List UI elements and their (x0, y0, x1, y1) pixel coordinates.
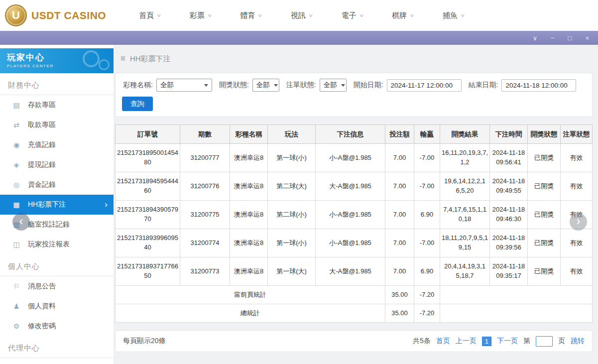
sidebar-item-cashout-record[interactable]: ◈ 提現記錄 (0, 155, 114, 175)
start-date-input[interactable] (387, 79, 462, 92)
col-bet-time: 下注時間 (490, 125, 528, 144)
bet-amount-cell: 7.00 (385, 229, 414, 257)
window-dropdown-icon[interactable]: ∨ (531, 34, 539, 42)
bet-status-cell: 有效 (561, 257, 593, 286)
window-minimize-button[interactable]: − (549, 34, 556, 42)
page-title: HH彩票下注 (130, 54, 171, 64)
bet-info-cell: 大-A盤@1.985 (316, 257, 385, 286)
grand-summary-row: 總統計 35.00 -7.20 (116, 304, 593, 323)
main-layout: 玩家中心 PLAYERS CENTER 財務中心 ▤ 存款專區 ⇄ 取款專區 ◉… (0, 45, 598, 364)
summary-bet-total: 35.00 (385, 286, 414, 304)
col-lottery-name: 彩種名稱 (230, 125, 268, 144)
draw-result-cell: 20,4,14,19,3,15,18,7 (440, 257, 490, 286)
sidebar-item-deposit[interactable]: ▤ 存款專區 (0, 95, 114, 115)
bet-amount-cell: 7.00 (385, 201, 414, 229)
pagination-bar: 每頁顯示20條 共5条 首页 上一页 1 下一页 第 页 跳转 (115, 330, 593, 352)
window-title-bar: ∨ − □ × (0, 31, 598, 45)
section-agent-center: 代理中心 (0, 336, 114, 358)
selected-value: 全部 (160, 81, 174, 90)
sidebar-item-label: 提現記錄 (28, 160, 56, 169)
sidebar-item-withdraw[interactable]: ⇄ 取款專區 (0, 115, 114, 135)
lottery-name-label: 彩種名稱: (123, 81, 153, 90)
selected-value: 全部 (256, 81, 270, 90)
sidebar-item-label: 存款專區 (28, 101, 56, 110)
sidebar-item-recharge-record[interactable]: ◉ 充值記錄 (0, 135, 114, 155)
bet-status-label: 注單狀態: (286, 81, 316, 90)
end-date-input[interactable] (501, 79, 576, 92)
page-size-text: 每頁顯示20條 (123, 337, 166, 346)
table-header-row: 訂單號 期數 彩種名稱 玩法 下注信息 投注額 輸贏 開獎結果 下注時間 開獎狀… (116, 125, 593, 144)
chevron-left-icon: ‹ (19, 214, 23, 228)
summary-label: 當前頁統計 (116, 286, 385, 304)
breadcrumb: ≡ HH彩票下注 (115, 45, 593, 73)
summary-win-loss-total: -7.20 (414, 286, 440, 304)
sidebar-item-funds-record[interactable]: ◎ 資金記錄 (0, 175, 114, 195)
draw-result-cell: 18,11,20,7,9,5,19,15 (440, 229, 490, 257)
win-loss-cell: -7.00 (414, 229, 440, 257)
section-finance-center: 財務中心 (0, 73, 114, 95)
bet-time-cell: 2024-11-18 09:49:55 (490, 172, 528, 201)
summary-empty-cell (440, 304, 593, 323)
section-personal-center: 個人中心 (0, 254, 114, 276)
window-maximize-button[interactable]: □ (566, 34, 574, 42)
search-button[interactable]: 查詢 (122, 97, 153, 111)
lottery-name-cell: 澳洲幸运8 (230, 229, 268, 257)
draw-status-select[interactable]: 全部 (252, 79, 279, 92)
period-cell: 31200774 (180, 229, 230, 257)
players-center-header: 玩家中心 PLAYERS CENTER (0, 48, 114, 73)
lottery-name-cell: 澳洲幸运8 (230, 144, 268, 172)
draw-status-cell: 已開獎 (528, 172, 561, 201)
nav-item-home[interactable]: 首頁 ∨ (139, 11, 161, 20)
page-jump-input[interactable] (536, 336, 553, 347)
window-close-button[interactable]: × (584, 34, 591, 42)
chip-decoration-icon (99, 59, 110, 70)
sidebar-item-hh-lottery-bets[interactable]: ▦ HH彩票下注 › (0, 195, 114, 215)
bet-report-icon: ◫ (12, 241, 21, 248)
prev-page-link[interactable]: 上一页 (456, 337, 477, 346)
announcement-flag-icon: ⚐ (12, 282, 21, 290)
chevron-down-icon: ∨ (207, 13, 212, 18)
nav-label: 棋牌 (392, 11, 407, 20)
nav-item-board-games[interactable]: 棋牌 ∨ (392, 11, 414, 20)
chevron-right-icon: › (577, 214, 581, 228)
draw-result-cell: 19,6,14,12,2,16,5,20 (440, 172, 490, 201)
scroll-right-button[interactable]: › (570, 213, 587, 231)
bet-status-cell: 有效 (561, 144, 593, 172)
pagination-controls: 共5条 首页 上一页 1 下一页 第 页 跳转 (413, 336, 585, 347)
sidebar-item-announcements[interactable]: ⚐ 消息公告 (0, 276, 114, 296)
draw-status-cell: 已開獎 (528, 229, 561, 257)
nav-item-live-video[interactable]: 視訊 ∨ (291, 11, 313, 20)
col-draw-result: 開獎結果 (440, 125, 490, 144)
win-loss-cell: -7.00 (414, 172, 440, 201)
selected-value: 全部 (324, 81, 337, 90)
logo-badge-icon: U (5, 4, 27, 26)
sidebar-item-change-password[interactable]: ⚙ 修改密碼 (0, 316, 114, 336)
sidebar-item-profile[interactable]: ♟ 個人資料 (0, 296, 114, 316)
draw-status-cell: 已開獎 (528, 201, 561, 229)
chevron-down-icon: ∨ (308, 13, 313, 18)
nav-item-slots[interactable]: 電子 ∨ (342, 11, 363, 20)
bet-status-select[interactable]: 全部 (320, 79, 347, 92)
first-page-link[interactable]: 首页 (436, 337, 450, 346)
next-page-link[interactable]: 下一页 (497, 337, 518, 346)
casino-logo[interactable]: U USDT CASINO (0, 4, 106, 26)
scroll-left-button[interactable]: ‹ (12, 213, 30, 231)
win-loss-cell: 6.90 (414, 201, 440, 229)
chevron-right-icon: › (105, 200, 108, 210)
main-menu: 首頁 ∨ 彩票 ∨ 體育 ∨ 視訊 ∨ 電子 ∨ 棋牌 ∨ 捕魚 ∨ (139, 11, 464, 20)
nav-item-lottery[interactable]: 彩票 ∨ (190, 11, 212, 20)
lottery-name-cell: 澳洲幸运8 (230, 172, 268, 201)
sidebar-item-player-bet-report[interactable]: ◫ 玩家投注報表 (0, 235, 114, 254)
lottery-bets-icon: ▦ (12, 201, 21, 209)
draw-result-cell: 16,11,20,19,3,7,1,2 (440, 144, 490, 172)
start-date-label: 開始日期: (354, 81, 383, 90)
chevron-down-icon: ∨ (157, 13, 162, 18)
order-id-cell: 2152173189459544460 (116, 172, 180, 201)
col-bet-status: 注單狀態 (561, 125, 593, 144)
nav-item-fishing[interactable]: 捕魚 ∨ (443, 11, 465, 20)
hamburger-menu-icon[interactable]: ≡ (120, 54, 125, 64)
bet-time-cell: 2024-11-18 09:46:30 (490, 201, 528, 229)
lottery-name-select[interactable]: 全部 (156, 79, 212, 92)
jump-button[interactable]: 跳转 (571, 337, 585, 346)
nav-item-sports[interactable]: 體育 ∨ (240, 11, 262, 20)
